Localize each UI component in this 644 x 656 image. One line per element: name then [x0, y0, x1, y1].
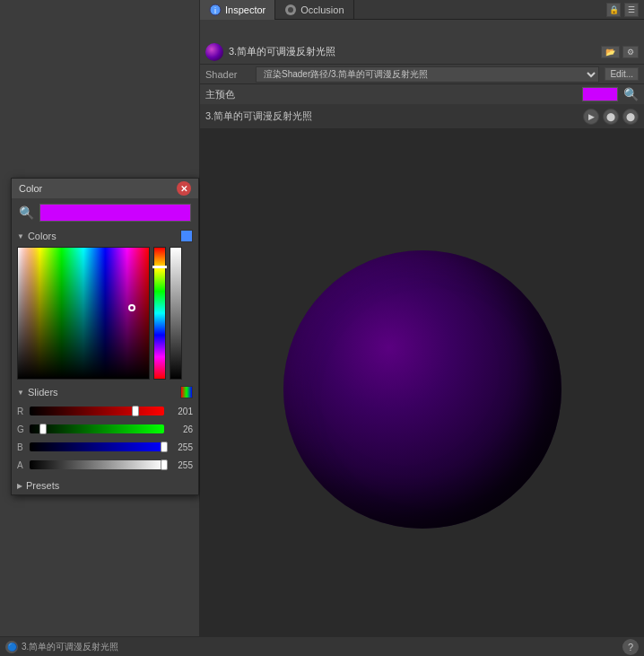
presets-section: ▶ Presets — [12, 477, 198, 494]
b-label: B — [17, 442, 26, 452]
b-slider-value: 255 — [168, 442, 193, 452]
tab-occlusion[interactable]: Occlusion — [275, 0, 353, 20]
occlusion-tab-icon — [284, 4, 297, 16]
a-label: A — [17, 460, 26, 470]
color-picker-row — [17, 247, 193, 380]
colors-section: ▼ Colors — [12, 227, 198, 380]
b-slider-thumb[interactable] — [161, 442, 168, 452]
color-preview-row: 🔍 — [12, 198, 198, 227]
preview-toolbar: 3.简单的可调漫反射光照 ▶ ⬤ ⬤ — [200, 104, 644, 129]
g-slider-thumb[interactable] — [39, 424, 47, 434]
left-status-text: 3.简单的可调漫反射光照 — [22, 641, 118, 653]
tab-occlusion-label: Occlusion — [300, 4, 344, 15]
status-bar: ? — [200, 636, 644, 656]
hs-canvas[interactable] — [17, 247, 150, 380]
inspector-panel: 3.简单的可调漫反射光照 📂 ⚙ Shader 渲染Shader路径/3.简单的… — [200, 39, 644, 636]
shader-row: Shader 渲染Shader路径/3.简单的可调漫反射光照 Edit... — [200, 65, 644, 84]
preview-title: 3.简单的可调漫反射光照 — [205, 109, 579, 123]
status-icon-inner: 🔵 — [7, 643, 17, 652]
svg-text:i: i — [214, 6, 216, 15]
b-slider-track[interactable] — [30, 442, 164, 451]
tab-actions: 🔒 ☰ — [606, 3, 644, 17]
inspector-tab-icon: i — [209, 4, 222, 16]
presets-section-header[interactable]: ▶ Presets — [17, 477, 193, 494]
tab-inspector-label: Inspector — [225, 4, 265, 15]
status-icon: 🔵 — [5, 641, 18, 653]
preview-options-button[interactable]: ⬤ — [622, 109, 639, 125]
tab-bar: i Inspector Occlusion 🔒 ☰ — [200, 0, 644, 20]
color-dialog-close-button[interactable]: ✕ — [177, 181, 191, 196]
g-label: G — [17, 424, 26, 434]
r-slider-value: 201 — [168, 407, 193, 416]
g-slider-track[interactable] — [30, 424, 164, 433]
value-bar[interactable] — [170, 247, 182, 380]
a-slider-value: 255 — [168, 460, 193, 470]
material-header-actions: 📂 ⚙ — [601, 46, 639, 58]
shader-label: Shader — [205, 69, 250, 80]
sliders-section-label: Sliders — [28, 387, 58, 398]
svg-point-3 — [288, 7, 293, 13]
material-header: 3.简单的可调漫反射光照 📂 ⚙ — [200, 39, 644, 65]
slider-mode-icon[interactable] — [180, 386, 193, 398]
tab-inspector[interactable]: i Inspector — [200, 0, 275, 20]
main-color-row: 主预色 🔍 — [200, 84, 644, 104]
color-dialog-titlebar[interactable]: Color ✕ — [12, 179, 198, 198]
sphere-preview-area — [200, 129, 644, 650]
material-sphere — [205, 43, 223, 61]
tab-lock-button[interactable]: 🔒 — [606, 3, 621, 17]
main-color-label: 主预色 — [205, 88, 235, 101]
r-slider-track[interactable] — [30, 407, 164, 415]
color-mode-icon[interactable] — [180, 230, 193, 242]
hue-cursor — [152, 266, 167, 268]
shader-select[interactable]: 渲染Shader路径/3.简单的可调漫反射光照 — [256, 66, 599, 83]
a-slider-track[interactable] — [30, 460, 164, 469]
r-slider-thumb[interactable] — [132, 406, 139, 416]
sliders-section-header[interactable]: ▼ Sliders — [17, 383, 193, 401]
hue-bar[interactable] — [153, 247, 166, 380]
left-panel: Color ✕ 🔍 ▼ Colors — [0, 0, 200, 656]
help-icon[interactable]: ? — [622, 639, 639, 655]
colors-section-label: Colors — [28, 231, 57, 241]
tab-menu-button[interactable]: ☰ — [624, 3, 639, 17]
eyedropper-icon[interactable]: 🔍 — [19, 206, 34, 220]
preview-orbit-button[interactable]: ⬤ — [603, 109, 619, 125]
material-open-button[interactable]: 📂 — [601, 46, 620, 58]
hs-picker[interactable] — [17, 247, 150, 380]
preview-play-button[interactable]: ▶ — [583, 109, 599, 125]
colors-section-header[interactable]: ▼ Colors — [17, 227, 193, 245]
sliders-section-icons — [180, 386, 193, 398]
main-color-eyedropper-icon[interactable]: 🔍 — [623, 87, 639, 101]
main-color-swatch[interactable] — [582, 87, 618, 101]
color-dialog-title: Color — [19, 183, 177, 194]
material-name: 3.简单的可调漫反射光照 — [229, 45, 335, 58]
r-slider-row: R 201 — [17, 403, 193, 419]
a-slider-thumb[interactable] — [161, 459, 168, 470]
presets-triangle-icon: ▶ — [17, 482, 22, 490]
g-slider-value: 26 — [168, 424, 193, 434]
r-label: R — [17, 407, 26, 416]
sliders-section: ▼ Sliders R 201 G 26 — [12, 383, 198, 473]
colors-triangle-icon: ▼ — [17, 232, 24, 241]
shader-edit-button[interactable]: Edit... — [605, 67, 639, 81]
g-slider-row: G 26 — [17, 421, 193, 437]
color-dialog: Color ✕ 🔍 ▼ Colors — [11, 178, 199, 495]
color-preview-swatch[interactable] — [39, 204, 191, 222]
sliders-triangle-icon: ▼ — [17, 389, 24, 397]
b-slider-row: B 255 — [17, 439, 193, 455]
left-status-bar: 🔵 3.简单的可调漫反射光照 — [0, 636, 200, 656]
sphere-3d-preview — [283, 250, 561, 529]
colors-section-icons — [180, 230, 193, 242]
presets-section-label: Presets — [26, 480, 59, 491]
material-settings-button[interactable]: ⚙ — [622, 46, 639, 58]
a-slider-row: A 255 — [17, 457, 193, 473]
